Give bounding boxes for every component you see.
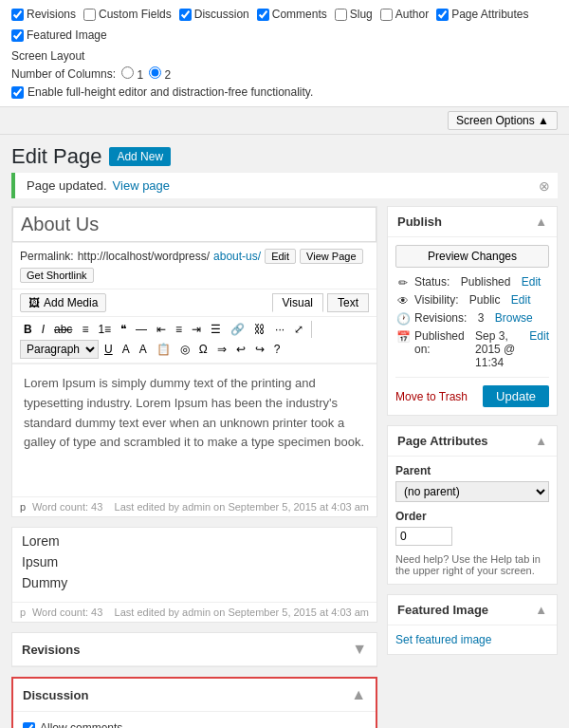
align-center-button[interactable]: ≡ xyxy=(172,321,186,338)
redo-button[interactable]: ↪ xyxy=(251,341,268,358)
unordered-list-button[interactable]: ≡ xyxy=(78,321,92,338)
fullscreen-button[interactable]: ⤢ xyxy=(290,321,307,338)
insert-more-button[interactable]: ··· xyxy=(271,321,288,338)
add-media-icon: 🖼 xyxy=(28,296,40,309)
fullheight-checkbox[interactable]: Enable full-height editor and distractio… xyxy=(11,85,558,99)
visibility-icon: 👁 xyxy=(395,294,411,308)
discussion-toggle-icon: ▲ xyxy=(351,686,366,703)
attributes-help-text: Need help? Use the Help tab in the upper… xyxy=(395,553,549,576)
revisions-header[interactable]: Revisions ▼ xyxy=(12,633,376,666)
revisions-icon: 🕐 xyxy=(395,312,411,326)
revisions-count: 3 xyxy=(478,311,485,325)
link-button[interactable]: 🔗 xyxy=(227,321,248,338)
status-value: Published xyxy=(461,275,511,289)
align-right-button[interactable]: ⇥ xyxy=(188,321,205,338)
allow-comments-label: Allow comments. xyxy=(40,721,126,728)
paste-button[interactable]: 📋 xyxy=(153,341,174,358)
hr-button[interactable]: — xyxy=(132,321,151,338)
publish-title: Publish xyxy=(397,215,442,229)
parent-select[interactable]: (no parent) xyxy=(395,481,549,502)
text-block-footer: p Word count: 43 Last edited by admin on… xyxy=(12,602,376,622)
clear-button[interactable]: ◎ xyxy=(176,341,193,358)
align-left-button[interactable]: ⇤ xyxy=(153,321,170,338)
page-title-input[interactable] xyxy=(12,207,376,242)
screen-options-bar: Screen Options ▲ xyxy=(0,107,569,135)
move-to-trash-link[interactable]: Move to Trash xyxy=(395,390,468,403)
publish-actions: Move to Trash Update xyxy=(395,377,549,407)
published-edit-link[interactable]: Edit xyxy=(529,329,549,343)
page-header: Edit Page Add New xyxy=(0,135,569,173)
discussion-body: Allow comments. Allow trackbacks and pin… xyxy=(13,712,376,728)
published-date: Sep 3, 2015 @ 11:34 xyxy=(475,329,519,369)
get-shortlink-button[interactable]: Get Shortlink xyxy=(20,268,94,283)
screen-options-button[interactable]: Screen Options ▲ xyxy=(448,111,558,130)
strikethrough-button[interactable]: abc xyxy=(50,321,76,338)
cb-featured-image[interactable]: Featured Image xyxy=(11,28,107,42)
add-new-button[interactable]: Add New xyxy=(109,147,171,166)
columns-selector: Number of Columns: 1 2 xyxy=(11,66,558,82)
screen-layout-label: Screen Layout xyxy=(11,49,558,63)
justify-button[interactable]: A xyxy=(119,341,134,358)
preview-changes-button[interactable]: Preview Changes xyxy=(395,245,549,268)
permalink-label: Permalink: xyxy=(20,250,74,263)
set-featured-image-link[interactable]: Set featured image xyxy=(388,625,557,654)
visibility-value: Public xyxy=(469,293,501,307)
tab-visual[interactable]: Visual xyxy=(272,293,323,312)
add-media-button[interactable]: 🖼 Add Media xyxy=(20,293,106,312)
update-button[interactable]: Update xyxy=(483,385,549,407)
revisions-title: Revisions xyxy=(22,643,80,657)
tab-text[interactable]: Text xyxy=(327,293,369,312)
revisions-toggle-icon: ▼ xyxy=(352,641,367,658)
cb-author[interactable]: Author xyxy=(380,8,429,21)
cb-discussion[interactable]: Discussion xyxy=(179,8,249,21)
discussion-header[interactable]: Discussion ▲ xyxy=(13,679,376,712)
editor-path: p xyxy=(20,501,26,513)
special-char-button[interactable]: Ω xyxy=(195,341,211,358)
paragraph-select[interactable]: Paragraph xyxy=(20,340,99,359)
discussion-title: Discussion xyxy=(23,688,88,702)
cb-page-attributes[interactable]: Page Attributes xyxy=(436,8,528,21)
text-color-button[interactable]: A xyxy=(136,341,151,358)
cb-comments[interactable]: Comments xyxy=(257,8,327,21)
order-input[interactable] xyxy=(395,527,452,546)
permalink-link[interactable]: about-us/ xyxy=(213,250,261,263)
page-attributes-title: Page Attributes xyxy=(397,434,488,448)
page-attributes-header: Page Attributes ▲ xyxy=(388,426,557,457)
format-divider xyxy=(311,321,312,338)
featured-image-title: Featured Image xyxy=(397,603,488,617)
status-icon: ✏ xyxy=(395,276,411,289)
unlink-button[interactable]: ⛓ xyxy=(250,321,269,338)
calendar-icon: 📅 xyxy=(395,330,411,344)
publish-revisions-row: 🕐 Revisions: 3 Browse xyxy=(395,311,549,326)
align-justify-button[interactable]: ☰ xyxy=(207,321,225,338)
close-notice-icon[interactable]: ⊗ xyxy=(539,178,550,194)
featured-image-metabox: Featured Image ▲ Set featured image xyxy=(387,594,558,655)
revisions-browse-link[interactable]: Browse xyxy=(495,311,533,325)
view-page-button[interactable]: View Page xyxy=(300,249,362,264)
col2-radio[interactable]: 2 xyxy=(149,66,171,82)
blockquote-button[interactable]: ❝ xyxy=(117,321,130,338)
indent-button[interactable]: ⇒ xyxy=(213,341,230,358)
published-label: Published on: xyxy=(414,329,465,356)
featured-image-toggle-icon: ▲ xyxy=(535,603,547,617)
cb-custom-fields[interactable]: Custom Fields xyxy=(83,8,172,21)
edit-permalink-button[interactable]: Edit xyxy=(265,249,296,264)
word-count-2: Word count: 43 Last edited by admin on S… xyxy=(32,607,369,618)
editor-footer: p Word count: 43 Last edited by admin on… xyxy=(12,496,376,516)
status-edit-link[interactable]: Edit xyxy=(522,275,541,289)
col1-radio[interactable]: 1 xyxy=(121,66,143,82)
ordered-list-button[interactable]: 1≡ xyxy=(94,321,115,338)
italic-button[interactable]: I xyxy=(38,321,48,338)
publish-body: Preview Changes ✏ Status: Published Edit… xyxy=(388,237,557,415)
help-button[interactable]: ? xyxy=(270,341,284,358)
word-count-label: Word count: 43 Last edited by admin on S… xyxy=(32,501,369,513)
allow-comments-checkbox[interactable] xyxy=(23,722,35,729)
view-page-link[interactable]: View page xyxy=(113,178,170,193)
visibility-edit-link[interactable]: Edit xyxy=(511,293,531,307)
bold-button[interactable]: B xyxy=(20,321,36,338)
undo-button[interactable]: ↩ xyxy=(232,341,249,358)
cb-slug[interactable]: Slug xyxy=(335,8,373,21)
editor-content-area[interactable]: Lorem Ipsum is simply dummy text of the … xyxy=(12,364,376,496)
cb-revisions[interactable]: Revisions xyxy=(11,8,76,21)
underline-button[interactable]: U xyxy=(101,341,117,358)
